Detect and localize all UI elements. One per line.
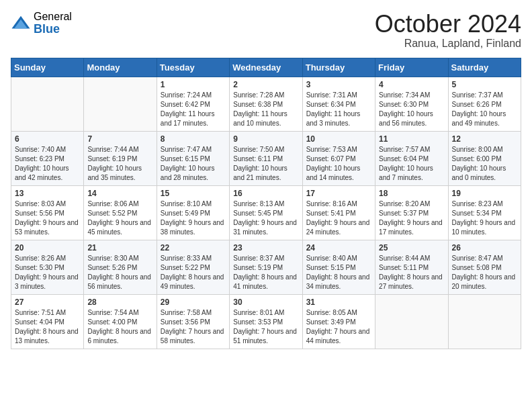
calendar-cell: 28Sunrise: 7:54 AMSunset: 4:00 PMDayligh… <box>84 294 157 349</box>
day-info: Sunrise: 7:44 AMSunset: 6:19 PMDaylight:… <box>87 145 152 183</box>
calendar-cell <box>375 294 448 349</box>
day-info: Sunrise: 8:40 AMSunset: 5:15 PMDaylight:… <box>306 254 371 291</box>
day-info: Sunrise: 7:51 AMSunset: 4:04 PMDaylight:… <box>15 308 80 346</box>
calendar-table: SundayMondayTuesdayWednesdayThursdayFrid… <box>11 58 521 349</box>
calendar-cell: 5Sunrise: 7:37 AMSunset: 6:26 PMDaylight… <box>448 77 521 131</box>
calendar-cell: 7Sunrise: 7:44 AMSunset: 6:19 PMDaylight… <box>84 131 157 185</box>
calendar-cell: 29Sunrise: 7:58 AMSunset: 3:56 PMDayligh… <box>157 294 229 349</box>
weekday-header-tuesday: Tuesday <box>157 58 229 77</box>
day-number: 30 <box>233 298 298 307</box>
calendar-cell: 30Sunrise: 8:01 AMSunset: 3:53 PMDayligh… <box>230 294 302 349</box>
day-number: 4 <box>379 80 444 89</box>
calendar-cell: 16Sunrise: 8:13 AMSunset: 5:45 PMDayligh… <box>230 185 302 240</box>
weekday-header-wednesday: Wednesday <box>230 58 302 77</box>
calendar-week-4: 20Sunrise: 8:26 AMSunset: 5:30 PMDayligh… <box>11 240 521 294</box>
day-info: Sunrise: 8:03 AMSunset: 5:56 PMDaylight:… <box>15 199 80 237</box>
calendar-cell: 14Sunrise: 8:06 AMSunset: 5:52 PMDayligh… <box>84 185 157 240</box>
calendar-cell: 18Sunrise: 8:20 AMSunset: 5:37 PMDayligh… <box>375 185 448 240</box>
calendar-cell: 21Sunrise: 8:30 AMSunset: 5:26 PMDayligh… <box>84 240 157 294</box>
weekday-header-thursday: Thursday <box>302 58 375 77</box>
day-number: 15 <box>161 189 226 198</box>
calendar-cell: 13Sunrise: 8:03 AMSunset: 5:56 PMDayligh… <box>11 185 84 240</box>
calendar-week-1: 1Sunrise: 7:24 AMSunset: 6:42 PMDaylight… <box>11 77 521 131</box>
location: Ranua, Lapland, Finland <box>375 38 521 50</box>
calendar-cell: 10Sunrise: 7:53 AMSunset: 6:07 PMDayligh… <box>302 131 375 185</box>
day-info: Sunrise: 7:53 AMSunset: 6:07 PMDaylight:… <box>306 145 371 183</box>
calendar-cell: 31Sunrise: 8:05 AMSunset: 3:49 PMDayligh… <box>302 294 375 349</box>
day-info: Sunrise: 8:33 AMSunset: 5:22 PMDaylight:… <box>161 254 226 291</box>
day-info: Sunrise: 8:00 AMSunset: 6:00 PMDaylight:… <box>452 145 517 183</box>
day-info: Sunrise: 7:34 AMSunset: 6:30 PMDaylight:… <box>379 91 444 128</box>
day-info: Sunrise: 7:40 AMSunset: 6:23 PMDaylight:… <box>15 145 80 183</box>
calendar-cell: 20Sunrise: 8:26 AMSunset: 5:30 PMDayligh… <box>11 240 84 294</box>
calendar-cell: 12Sunrise: 8:00 AMSunset: 6:00 PMDayligh… <box>448 131 521 185</box>
calendar-cell: 4Sunrise: 7:34 AMSunset: 6:30 PMDaylight… <box>375 77 448 131</box>
day-number: 12 <box>452 134 517 144</box>
day-info: Sunrise: 8:37 AMSunset: 5:19 PMDaylight:… <box>233 254 298 291</box>
day-number: 2 <box>233 80 298 89</box>
logo: General Blue <box>11 11 72 36</box>
calendar-cell: 25Sunrise: 8:44 AMSunset: 5:11 PMDayligh… <box>375 240 448 294</box>
calendar-cell: 15Sunrise: 8:10 AMSunset: 5:49 PMDayligh… <box>157 185 229 240</box>
calendar-cell: 27Sunrise: 7:51 AMSunset: 4:04 PMDayligh… <box>11 294 84 349</box>
day-number: 1 <box>161 80 226 89</box>
day-info: Sunrise: 8:10 AMSunset: 5:49 PMDaylight:… <box>161 199 226 237</box>
day-info: Sunrise: 7:28 AMSunset: 6:38 PMDaylight:… <box>233 91 298 128</box>
calendar-cell: 11Sunrise: 7:57 AMSunset: 6:04 PMDayligh… <box>375 131 448 185</box>
day-number: 10 <box>306 134 371 144</box>
calendar-cell: 26Sunrise: 8:47 AMSunset: 5:08 PMDayligh… <box>448 240 521 294</box>
day-number: 28 <box>87 298 152 307</box>
day-number: 3 <box>306 80 371 89</box>
day-info: Sunrise: 8:05 AMSunset: 3:49 PMDaylight:… <box>306 308 371 346</box>
calendar-cell: 23Sunrise: 8:37 AMSunset: 5:19 PMDayligh… <box>230 240 302 294</box>
day-number: 16 <box>233 189 298 198</box>
day-number: 13 <box>15 189 80 198</box>
calendar-cell <box>448 294 521 349</box>
day-number: 7 <box>87 134 152 144</box>
calendar-cell <box>84 77 157 131</box>
calendar-cell: 22Sunrise: 8:33 AMSunset: 5:22 PMDayligh… <box>157 240 229 294</box>
calendar-cell: 3Sunrise: 7:31 AMSunset: 6:34 PMDaylight… <box>302 77 375 131</box>
logo-text: General Blue <box>34 11 72 36</box>
day-number: 31 <box>306 298 371 307</box>
day-info: Sunrise: 8:20 AMSunset: 5:37 PMDaylight:… <box>379 199 444 237</box>
calendar-cell <box>11 77 84 131</box>
day-number: 5 <box>452 80 517 89</box>
day-number: 29 <box>161 298 226 307</box>
day-number: 26 <box>452 243 517 253</box>
weekday-header-sunday: Sunday <box>11 58 84 77</box>
calendar-cell: 2Sunrise: 7:28 AMSunset: 6:38 PMDaylight… <box>230 77 302 131</box>
day-info: Sunrise: 8:26 AMSunset: 5:30 PMDaylight:… <box>15 254 80 291</box>
day-number: 19 <box>452 189 517 198</box>
day-info: Sunrise: 7:57 AMSunset: 6:04 PMDaylight:… <box>379 145 444 183</box>
calendar-cell: 1Sunrise: 7:24 AMSunset: 6:42 PMDaylight… <box>157 77 229 131</box>
day-info: Sunrise: 8:30 AMSunset: 5:26 PMDaylight:… <box>87 254 152 291</box>
day-info: Sunrise: 7:54 AMSunset: 4:00 PMDaylight:… <box>87 308 152 346</box>
calendar-week-5: 27Sunrise: 7:51 AMSunset: 4:04 PMDayligh… <box>11 294 521 349</box>
day-number: 25 <box>379 243 444 253</box>
logo-general: General <box>34 11 72 23</box>
logo-blue: Blue <box>34 23 72 36</box>
weekday-header-row: SundayMondayTuesdayWednesdayThursdayFrid… <box>11 58 521 77</box>
day-number: 24 <box>306 243 371 253</box>
day-number: 8 <box>161 134 226 144</box>
logo-icon <box>11 13 31 34</box>
day-info: Sunrise: 8:06 AMSunset: 5:52 PMDaylight:… <box>87 199 152 237</box>
day-number: 27 <box>15 298 80 307</box>
calendar-week-2: 6Sunrise: 7:40 AMSunset: 6:23 PMDaylight… <box>11 131 521 185</box>
day-info: Sunrise: 7:47 AMSunset: 6:15 PMDaylight:… <box>161 145 226 183</box>
calendar-cell: 8Sunrise: 7:47 AMSunset: 6:15 PMDaylight… <box>157 131 229 185</box>
page-header: General Blue October 2024 Ranua, Lapland… <box>11 11 521 50</box>
day-number: 6 <box>15 134 80 144</box>
day-info: Sunrise: 8:01 AMSunset: 3:53 PMDaylight:… <box>233 308 298 346</box>
day-number: 17 <box>306 189 371 198</box>
calendar-cell: 6Sunrise: 7:40 AMSunset: 6:23 PMDaylight… <box>11 131 84 185</box>
day-number: 21 <box>87 243 152 253</box>
day-info: Sunrise: 8:47 AMSunset: 5:08 PMDaylight:… <box>452 254 517 291</box>
day-info: Sunrise: 8:13 AMSunset: 5:45 PMDaylight:… <box>233 199 298 237</box>
day-number: 9 <box>233 134 298 144</box>
day-number: 22 <box>161 243 226 253</box>
day-number: 11 <box>379 134 444 144</box>
calendar-week-3: 13Sunrise: 8:03 AMSunset: 5:56 PMDayligh… <box>11 185 521 240</box>
weekday-header-friday: Friday <box>375 58 448 77</box>
